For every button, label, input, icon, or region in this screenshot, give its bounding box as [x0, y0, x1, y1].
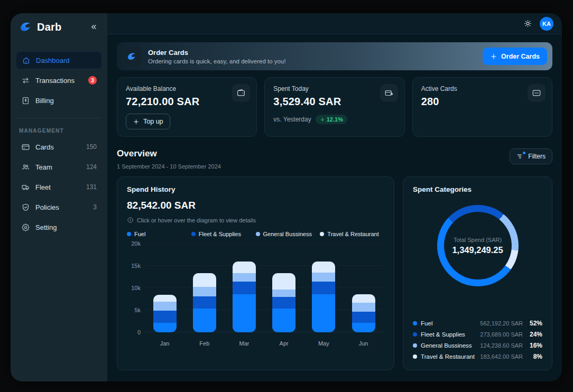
- sidebar-item-billing[interactable]: Billing: [16, 91, 102, 109]
- stacked-bar-may[interactable]: [312, 262, 335, 332]
- stacked-bar-mar[interactable]: [233, 262, 256, 332]
- y-axis-tick: 10k: [127, 285, 141, 291]
- bar-plot: 05k10k15k20kJanFebMarAprMayJun: [127, 241, 384, 347]
- bar-legend: FuelFleet & SuppliesGeneral BussinessTra…: [127, 231, 384, 237]
- legend-dot-icon: [127, 232, 131, 236]
- overview-date-range: 1 September 2024 - 10 September 2024: [117, 163, 510, 170]
- transactions-icon: [21, 76, 30, 85]
- filters-button-label: Filters: [528, 153, 546, 160]
- x-axis-label: Mar: [239, 332, 249, 347]
- sidebar-item-team[interactable]: Team 124: [16, 158, 102, 176]
- category-dot-icon: [413, 354, 417, 359]
- info-icon: [127, 217, 134, 223]
- credit-card-icon: [21, 143, 30, 152]
- plus-icon: [490, 53, 497, 60]
- category-percent: 24%: [526, 331, 542, 338]
- legend-item: Fleet & Supplies: [191, 231, 256, 237]
- spent-categories-title: Spent Categories: [413, 185, 542, 193]
- spent-categories-donut[interactable]: Total Spend (SAR) 1,349,249.25: [437, 205, 519, 286]
- plus-icon: [133, 118, 140, 125]
- stat-label: Active Cards: [421, 85, 543, 92]
- legend-dot-icon: [191, 232, 196, 236]
- bar-segment: [193, 309, 216, 332]
- category-dot-icon: [413, 321, 417, 325]
- category-row[interactable]: Fleet & Supplies273,689.00 SAR24%: [413, 331, 542, 338]
- y-axis-tick: 20k: [127, 240, 141, 247]
- sidebar-item-label: Team: [35, 163, 81, 171]
- legend-dot-icon: [320, 232, 324, 236]
- stat-value: 3,529.40 SAR: [273, 96, 395, 108]
- active-cards-card: Active Cards 280: [412, 77, 552, 137]
- stacked-bar-apr[interactable]: [272, 273, 295, 332]
- donut-center: Total Spend (SAR) 1,349,249.25: [444, 212, 512, 279]
- sidebar-item-setting[interactable]: Setting: [16, 218, 102, 236]
- banner-subtitle: Ordering cards is quick, easy, and deliv…: [148, 58, 476, 64]
- sidebar-item-fleet[interactable]: Fleet 131: [16, 178, 102, 196]
- order-cards-button[interactable]: Order Cards: [483, 48, 547, 65]
- filters-button[interactable]: Filters: [510, 148, 552, 164]
- bar-segment: [193, 296, 216, 309]
- sidebar-nav: Dashboard Transactions 3 Billing: [16, 51, 102, 109]
- bar-segment: [193, 273, 216, 287]
- banner-title: Order Cards: [148, 49, 476, 57]
- legend-item: General Bussiness: [256, 231, 320, 237]
- sidebar-collapse-button[interactable]: [87, 22, 100, 32]
- category-name: Fuel: [421, 320, 476, 326]
- billing-icon: [21, 96, 30, 105]
- sidebar-item-count: 131: [86, 183, 97, 191]
- stacked-bar-feb[interactable]: [193, 273, 216, 332]
- sidebar-item-transactions[interactable]: Transactions 3: [16, 71, 102, 89]
- category-row[interactable]: Travel & Restaurant183,642.00 SAR8%: [413, 353, 542, 360]
- top-up-button[interactable]: Top up: [126, 114, 170, 129]
- theme-toggle-sun-icon[interactable]: [523, 19, 532, 28]
- x-axis-label: May: [318, 332, 329, 347]
- x-axis-label: Apr: [280, 332, 289, 347]
- stacked-bar-jan[interactable]: [153, 295, 177, 332]
- bar-segment: [233, 282, 256, 294]
- team-icon: [21, 163, 30, 172]
- category-row[interactable]: General Bussiness124,238.60 SAR16%: [413, 342, 542, 349]
- bar-segment: [153, 302, 177, 311]
- bar-segment: [153, 311, 177, 323]
- category-percent: 16%: [526, 342, 542, 349]
- gear-icon: [21, 223, 30, 232]
- x-axis-label: Feb: [199, 332, 209, 347]
- dashboard-content: Order Cards Ordering cards is quick, eas…: [107, 34, 562, 381]
- category-name: Travel & Restaurant: [421, 353, 476, 360]
- management-nav: Cards 150 Team 124 Fleet 131: [16, 138, 102, 236]
- y-axis-tick: 0: [127, 329, 141, 335]
- charts-row: Spend History 82,542.00 SAR Click or hov…: [117, 176, 552, 370]
- shield-check-icon: [21, 203, 30, 212]
- bar-segment: [272, 290, 295, 296]
- sidebar-item-dashboard[interactable]: Dashboard: [16, 51, 102, 69]
- bar-segment: [233, 273, 256, 282]
- category-list: Fuel562,192.20 SAR52%Fleet & Supplies273…: [413, 320, 542, 361]
- category-amount: 273,689.00 SAR: [480, 331, 523, 338]
- arrow-down-icon: [320, 117, 325, 122]
- bar-segment: [312, 282, 335, 294]
- top-up-button-label: Top up: [143, 118, 163, 125]
- stacked-bar-jun[interactable]: [352, 294, 375, 332]
- user-avatar[interactable]: KA: [540, 17, 553, 31]
- legend-dot-icon: [256, 232, 260, 236]
- card-send-icon: [380, 84, 398, 102]
- order-cards-banner: Order Cards Ordering cards is quick, eas…: [117, 42, 552, 70]
- stat-cards-row: Available Balance 72,210.00 SAR Top up S…: [117, 77, 552, 137]
- bar-segment: [233, 262, 256, 274]
- category-row[interactable]: Fuel562,192.20 SAR52%: [413, 320, 542, 327]
- bar-segment: [193, 287, 216, 296]
- bar-segment: [153, 295, 177, 302]
- sidebar-item-label: Fleet: [35, 183, 81, 191]
- home-icon: [22, 56, 31, 65]
- bar-segment: [233, 294, 256, 332]
- banner-darb-logo-icon: [121, 46, 142, 67]
- sidebar-item-policies[interactable]: Policies 3: [16, 198, 102, 216]
- bar-segment: [352, 303, 375, 312]
- total-spend-label: Total Spend (SAR): [454, 237, 502, 243]
- sidebar-item-label: Billing: [35, 97, 97, 105]
- sidebar-item-cards[interactable]: Cards 150: [16, 138, 102, 156]
- sidebar-item-count: 150: [86, 143, 97, 151]
- category-dot-icon: [413, 332, 417, 337]
- available-balance-card: Available Balance 72,210.00 SAR Top up: [117, 77, 257, 137]
- bar-segment: [352, 312, 375, 323]
